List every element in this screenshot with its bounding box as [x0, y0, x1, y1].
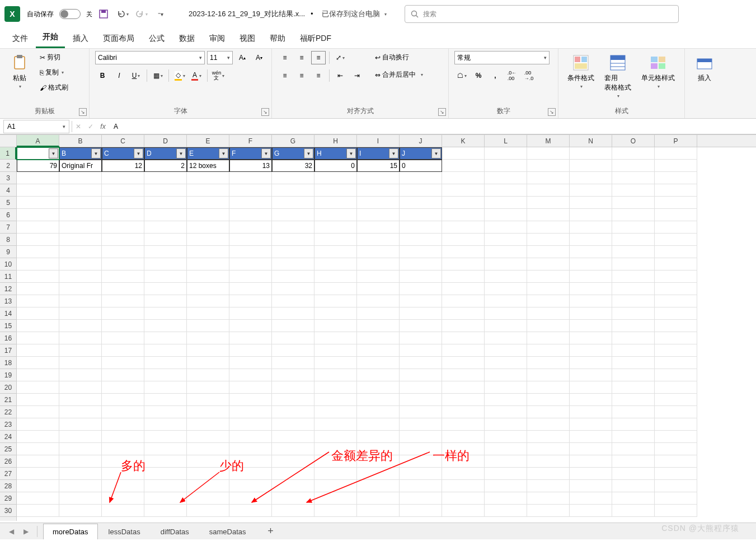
tab-data[interactable]: 数据 [172, 30, 201, 48]
cell[interactable] [570, 468, 612, 480]
align-middle-button[interactable]: ≡ [294, 51, 309, 64]
cell[interactable] [485, 394, 527, 406]
cell[interactable] [655, 160, 697, 172]
cell[interactable] [102, 492, 144, 505]
cell[interactable] [485, 406, 527, 418]
cell[interactable] [442, 283, 485, 295]
cell[interactable]: D▼ [144, 147, 187, 160]
cell[interactable] [442, 381, 485, 394]
cell[interactable] [400, 455, 442, 468]
cell[interactable] [144, 221, 187, 234]
cell[interactable] [612, 197, 655, 209]
cell[interactable] [272, 234, 314, 246]
cell[interactable] [442, 480, 485, 492]
tab-foxit[interactable]: 福昕PDF [293, 30, 338, 48]
cell[interactable]: 0 [400, 160, 442, 172]
cell[interactable] [527, 443, 570, 455]
cell[interactable] [570, 344, 612, 357]
cell[interactable] [400, 332, 442, 344]
cell-styles-button[interactable]: 单元格样式▾ [638, 51, 678, 91]
cell[interactable] [144, 332, 187, 344]
cell[interactable] [229, 369, 272, 381]
cell[interactable] [314, 197, 357, 209]
cell[interactable] [655, 221, 697, 234]
cell[interactable] [314, 357, 357, 369]
cell[interactable] [527, 184, 570, 197]
cell[interactable] [357, 307, 400, 320]
row-header-4[interactable]: 4 [0, 184, 16, 197]
cell[interactable] [655, 455, 697, 468]
cell[interactable] [612, 270, 655, 283]
cell[interactable] [570, 209, 612, 221]
cell[interactable] [442, 455, 485, 468]
cell[interactable] [187, 492, 229, 505]
cell[interactable] [102, 468, 144, 480]
cell[interactable] [144, 234, 187, 246]
cell[interactable] [272, 344, 314, 357]
cell[interactable] [314, 246, 357, 258]
percent-button[interactable]: % [471, 69, 486, 82]
cell[interactable] [144, 307, 187, 320]
cell[interactable]: I▼ [357, 147, 400, 160]
col-header-L[interactable]: L [485, 135, 527, 147]
cell[interactable] [442, 209, 485, 221]
cell[interactable] [272, 184, 314, 197]
cell[interactable] [102, 455, 144, 468]
cell[interactable] [102, 221, 144, 234]
cell[interactable] [314, 406, 357, 418]
cell[interactable] [59, 320, 102, 332]
cell[interactable] [612, 369, 655, 381]
cell[interactable] [527, 283, 570, 295]
cell[interactable] [612, 307, 655, 320]
cell[interactable] [357, 369, 400, 381]
row-header-21[interactable]: 21 [0, 394, 16, 406]
cell[interactable] [229, 197, 272, 209]
cell[interactable] [59, 480, 102, 492]
cell[interactable] [229, 492, 272, 505]
cell[interactable] [314, 295, 357, 307]
cell[interactable] [272, 209, 314, 221]
cell[interactable] [272, 406, 314, 418]
row-header-28[interactable]: 28 [0, 480, 16, 492]
col-header-G[interactable]: G [272, 135, 314, 147]
cell[interactable] [272, 172, 314, 184]
cell[interactable] [59, 468, 102, 480]
conditional-format-button[interactable]: 条件格式▾ [564, 51, 598, 91]
cell[interactable] [655, 344, 697, 357]
cell[interactable] [655, 246, 697, 258]
cell[interactable] [357, 246, 400, 258]
cell[interactable] [655, 332, 697, 344]
font-launcher[interactable]: ↘ [261, 108, 269, 116]
cell[interactable] [187, 369, 229, 381]
cell[interactable] [314, 468, 357, 480]
cell[interactable] [357, 468, 400, 480]
cell[interactable]: 2 [144, 160, 187, 172]
cell[interactable] [229, 468, 272, 480]
cell[interactable] [187, 246, 229, 258]
cell[interactable] [485, 258, 527, 270]
cell[interactable] [229, 246, 272, 258]
sheet-tab-samedatas[interactable]: sameDatas [200, 524, 256, 539]
cell[interactable] [229, 406, 272, 418]
cell[interactable] [102, 295, 144, 307]
sheet-prev-button[interactable]: ◀ [4, 525, 18, 538]
orientation-button[interactable]: ⤢▾ [333, 51, 348, 64]
cell[interactable] [229, 270, 272, 283]
cell[interactable] [400, 468, 442, 480]
cell[interactable] [272, 295, 314, 307]
cell[interactable] [144, 172, 187, 184]
cell[interactable] [527, 320, 570, 332]
cell[interactable] [229, 283, 272, 295]
cell[interactable] [527, 394, 570, 406]
cell[interactable] [612, 344, 655, 357]
cell[interactable] [357, 455, 400, 468]
cell[interactable] [272, 283, 314, 295]
cell[interactable] [187, 406, 229, 418]
cell[interactable]: 13 [229, 160, 272, 172]
cell[interactable] [570, 307, 612, 320]
row-header-3[interactable]: 3 [0, 172, 16, 184]
cell[interactable] [400, 246, 442, 258]
filter-button[interactable]: ▼ [176, 148, 186, 158]
cell[interactable] [442, 394, 485, 406]
cell[interactable] [357, 283, 400, 295]
